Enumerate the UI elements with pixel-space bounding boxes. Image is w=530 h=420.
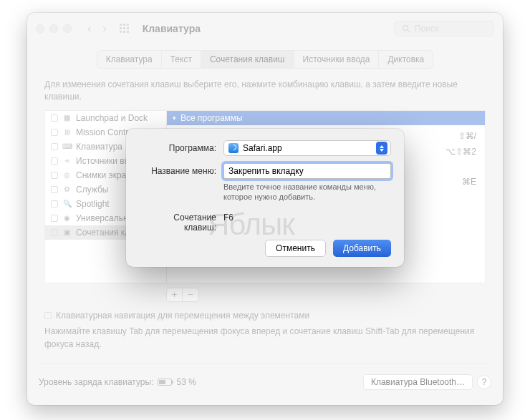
tab-text[interactable]: Текст xyxy=(162,51,201,68)
popup-arrows-icon xyxy=(376,142,387,155)
input-icon: ⎆ xyxy=(62,156,72,165)
checkbox-icon[interactable] xyxy=(51,157,58,165)
application-value: Safari.app xyxy=(243,143,282,153)
keyboard-nav-help: Нажимайте клавишу Tab для перемещения фо… xyxy=(44,325,486,351)
mission-control-icon: ⊞ xyxy=(62,127,72,137)
tab-input-sources[interactable]: Источники ввода xyxy=(294,51,380,68)
tab-bar: Клавиатура Текст Сочетания клавиш Источн… xyxy=(27,50,503,69)
battery-label: Уровень заряда клавиатуры: xyxy=(39,377,153,387)
accessibility-icon: ◉ xyxy=(62,213,72,223)
checkbox-icon[interactable] xyxy=(51,229,58,236)
keyboard-icon: ⌨ xyxy=(62,142,72,151)
divider xyxy=(39,363,491,364)
checkbox-icon[interactable] xyxy=(51,215,58,222)
bluetooth-keyboard-button[interactable]: Клавиатура Bluetooth… xyxy=(363,374,473,390)
tab-shortcuts[interactable]: Сочетания клавиш xyxy=(201,51,294,68)
help-button[interactable]: ? xyxy=(477,375,491,389)
back-button[interactable]: ‹ xyxy=(85,22,94,35)
svg-line-1 xyxy=(408,30,410,32)
menu-title-hint: Введите точное название команды меню, ко… xyxy=(223,182,391,202)
services-icon: ⚙ xyxy=(62,185,72,194)
add-button[interactable]: + xyxy=(167,288,183,301)
checkbox-icon[interactable] xyxy=(51,186,58,193)
keyboard-nav-label: Клавиатурная навигация для перемещения м… xyxy=(56,309,309,322)
screenshot-icon: ◎ xyxy=(62,170,72,180)
bottom-section: Клавиатурная навигация для перемещения м… xyxy=(27,302,503,358)
app-shortcuts-icon: ▣ xyxy=(62,228,72,237)
forward-button[interactable]: › xyxy=(100,22,109,35)
description-text: Для изменения сочетания клавиш выберите … xyxy=(27,69,503,110)
segmented-control: Клавиатура Текст Сочетания клавиш Источн… xyxy=(97,50,434,69)
search-field[interactable]: Поиск xyxy=(394,21,494,36)
tab-dictation[interactable]: Диктовка xyxy=(379,51,433,68)
zoom-icon[interactable] xyxy=(63,24,72,33)
application-popup[interactable]: Safari.app xyxy=(223,140,391,156)
safari-icon xyxy=(228,143,238,153)
menu-title-input[interactable] xyxy=(223,163,391,179)
search-placeholder: Поиск xyxy=(415,24,438,34)
cancel-button[interactable]: Отменить xyxy=(265,240,326,257)
launchpad-icon: ▦ xyxy=(62,113,72,122)
checkbox-icon[interactable] xyxy=(51,200,58,207)
checkbox-icon[interactable] xyxy=(51,129,58,136)
keyboard-nav-checkbox[interactable] xyxy=(44,312,52,319)
svg-point-0 xyxy=(403,26,408,31)
remove-button[interactable]: − xyxy=(183,288,198,301)
show-all-icon[interactable] xyxy=(120,24,130,34)
app-field-label: Программа: xyxy=(139,140,223,153)
add-remove-control: + − xyxy=(166,288,199,302)
window-controls xyxy=(36,24,72,33)
battery-icon xyxy=(158,379,172,386)
checkbox-icon[interactable] xyxy=(51,172,58,179)
shortcut-field-label: Сочетание клавиш: xyxy=(139,210,223,233)
window-title: Клавиатура xyxy=(143,23,201,34)
sidebar-item-launchpad[interactable]: ▦Launchpad и Dock xyxy=(45,111,166,125)
titlebar: ‹ › Клавиатура Поиск xyxy=(27,13,503,44)
add-shortcut-sheet: Программа: Safari.app Название меню: Вве… xyxy=(126,129,404,267)
add-button[interactable]: Добавить xyxy=(333,240,391,257)
search-icon xyxy=(402,24,410,33)
minimize-icon[interactable] xyxy=(49,24,58,33)
close-icon[interactable] xyxy=(36,24,44,33)
group-header-all-apps[interactable]: ▾ Все программы xyxy=(167,111,485,125)
battery-percent: 53 % xyxy=(176,377,196,387)
checkbox-icon[interactable] xyxy=(51,143,58,150)
disclosure-triangle-icon[interactable]: ▾ xyxy=(173,114,176,122)
shortcut-value[interactable]: F6 xyxy=(223,210,391,223)
spotlight-icon: 🔍 xyxy=(62,199,72,208)
tab-keyboard[interactable]: Клавиатура xyxy=(97,51,162,68)
footer: Уровень заряда клавиатуры: 53 % Клавиату… xyxy=(27,370,503,397)
checkbox-icon[interactable] xyxy=(51,114,58,122)
menu-title-label: Название меню: xyxy=(139,163,223,176)
